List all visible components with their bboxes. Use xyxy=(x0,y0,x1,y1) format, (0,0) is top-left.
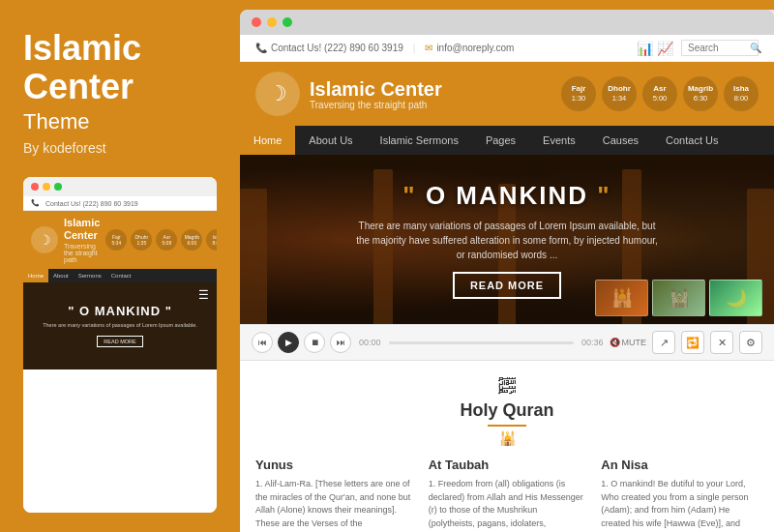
prayer-fajr: Fajr1:30 xyxy=(561,76,596,111)
mini-topbar-text: Contact Us! (222) 890 60 3919 xyxy=(45,200,138,207)
audio-controls: ⏮ ▶ ⏹ ⏭ xyxy=(252,332,351,353)
bar-chart-icon: 📊 xyxy=(637,41,653,56)
hero-thumb-3[interactable]: 🌙 xyxy=(709,280,762,316)
hero-cta-button[interactable]: READ MORE xyxy=(453,272,561,299)
prayer-isha: Isha8:00 xyxy=(724,76,759,111)
mini-header: ☽ Islamic Center Traversing the straight… xyxy=(23,211,217,268)
mini-browser: 📞 Contact Us! (222) 890 60 3919 ☽ Islami… xyxy=(23,177,217,513)
site-brand-name: Islamic Center xyxy=(310,78,442,100)
mini-prayer-fajr: Fajr5:34 xyxy=(105,229,127,251)
topbar-phone: 📞 Contact Us! (222) 890 60 3919 xyxy=(255,43,403,53)
mini-nav-sermons[interactable]: Sermons xyxy=(74,269,106,282)
quran-header: ﷽ Holy Quran 🕌 xyxy=(255,376,759,446)
nav-home[interactable]: Home xyxy=(240,126,295,155)
content-col-yunus: Yunus 1. Alif-Lam-Ra. [These letters are… xyxy=(255,458,413,530)
col-title-taubah: At Taubah xyxy=(429,458,586,472)
site-topbar: 📞 Contact Us! (222) 890 60 3919 | ✉ info… xyxy=(240,35,774,62)
quran-arabic-text: ﷽ xyxy=(255,376,759,397)
prayer-asr: Asr5:00 xyxy=(642,76,677,111)
mini-content: 📞 Contact Us! (222) 890 60 3919 ☽ Islami… xyxy=(23,196,217,513)
site-main: ﷽ Holy Quran 🕌 Yunus 1. Alif-Lam-Ra. [Th… xyxy=(240,361,774,532)
mute-label: MUTE xyxy=(622,338,647,347)
mini-nav: Home About Sermons Contact xyxy=(23,269,217,282)
search-icon: 🔍 xyxy=(750,43,761,53)
mini-cta-button[interactable]: READ MORE xyxy=(97,336,142,347)
audio-prev-button[interactable]: ⏮ xyxy=(252,332,273,353)
col-title-yunus: Yunus xyxy=(255,458,413,472)
nav-contact[interactable]: Contact Us xyxy=(652,126,731,155)
content-columns: Yunus 1. Alif-Lam-Ra. [These letters are… xyxy=(255,458,759,530)
content-col-taubah: At Taubah 1. Freedom from (all) obligati… xyxy=(429,458,586,530)
mini-nav-home[interactable]: Home xyxy=(23,269,48,282)
mini-site-title: Islamic Center xyxy=(64,217,100,242)
mini-dot-red[interactable] xyxy=(31,183,39,191)
mini-hero-text: There are many variations of passages of… xyxy=(33,322,207,330)
mini-brand: Islamic Center Traversing the straight p… xyxy=(64,217,100,262)
site-header: ☽ Islamic Center Traversing the straight… xyxy=(240,62,774,126)
mini-nav-about[interactable]: About xyxy=(48,269,74,282)
nav-sermons[interactable]: Islamic Sermons xyxy=(367,126,472,155)
prayer-magrib: Magrib6:30 xyxy=(683,76,718,111)
site-brand-tagline: Traversing the straight path xyxy=(310,100,442,110)
browser-body: 📞 Contact Us! (222) 890 60 3919 | ✉ info… xyxy=(240,35,774,532)
browser-dot-yellow[interactable] xyxy=(267,17,277,27)
audio-progress-bar[interactable] xyxy=(389,341,574,344)
audio-loop-button[interactable]: 🔁 xyxy=(681,331,704,354)
mini-site-tagline: Traversing the straight path xyxy=(64,243,100,263)
nav-events[interactable]: Events xyxy=(529,126,589,155)
topbar-email-text: info@noreply.com xyxy=(436,43,514,53)
mini-hero-title: " O MANKIND " xyxy=(68,304,172,318)
audio-time-current: 00:00 xyxy=(359,338,381,347)
audio-stop-button[interactable]: ⏹ xyxy=(304,332,325,353)
analytics-icon: 📈 xyxy=(657,41,673,56)
nav-pages[interactable]: Pages xyxy=(472,126,529,155)
mini-hamburger-icon[interactable]: ☰ xyxy=(198,288,209,302)
left-subtitle: Theme xyxy=(23,109,217,134)
browser-dot-green[interactable] xyxy=(283,17,292,27)
quran-title: Holy Quran xyxy=(255,400,759,421)
hero-quote-open: " xyxy=(402,181,416,210)
col-text-nisa: 1. O mankind! Be dutiful to your Lord, W… xyxy=(601,478,759,530)
email-icon: ✉ xyxy=(425,43,432,53)
hero-title: " O MANKIND " xyxy=(352,181,662,211)
audio-close-button[interactable]: ✕ xyxy=(710,331,733,354)
audio-settings-button[interactable]: ⚙ xyxy=(739,331,762,354)
col-title-nisa: An Nisa xyxy=(601,458,759,472)
left-panel: IslamicCenter Theme By kodeforest 📞 Cont… xyxy=(0,0,240,532)
mini-browser-bar xyxy=(23,177,217,196)
nav-causes[interactable]: Causes xyxy=(589,126,652,155)
main-browser: 📞 Contact Us! (222) 890 60 3919 | ✉ info… xyxy=(240,10,774,532)
site-brand: Islamic Center Traversing the straight p… xyxy=(310,78,442,110)
mini-dot-green[interactable] xyxy=(54,183,62,191)
mini-prayer-times: Fajr5:34 Dhuhr1:35 Asr5:08 Magrib6:00 Is… xyxy=(105,229,217,251)
site-nav: Home About Us Islamic Sermons Pages Even… xyxy=(240,126,774,155)
mute-icon: 🔇 xyxy=(610,338,620,347)
topbar-divider: | xyxy=(413,43,416,53)
quran-title-divider xyxy=(488,425,526,427)
moon-icon: ☽ xyxy=(268,81,287,106)
mini-dot-yellow[interactable] xyxy=(43,183,50,191)
phone-icon: 📞 xyxy=(255,43,267,53)
audio-share-button[interactable]: ↗ xyxy=(652,331,675,354)
audio-right-controls: 00:36 🔇 MUTE ↗ 🔁 ✕ ⚙ xyxy=(581,331,762,354)
mini-phone-icon: 📞 xyxy=(31,199,40,207)
nav-about[interactable]: About Us xyxy=(295,126,366,155)
left-title: IslamicCenter xyxy=(23,29,217,105)
search-input[interactable] xyxy=(688,43,746,53)
mini-prayer-isha: Isha8:00 xyxy=(206,229,217,251)
site-hero: " O MANKIND " There are many variations … xyxy=(240,155,774,324)
audio-next-button[interactable]: ⏭ xyxy=(330,332,351,353)
audio-play-button[interactable]: ▶ xyxy=(278,332,299,353)
content-col-nisa: An Nisa 1. O mankind! Be dutiful to your… xyxy=(601,458,759,530)
audio-mute-button[interactable]: 🔇 MUTE xyxy=(610,338,647,347)
search-box[interactable]: 🔍 xyxy=(681,40,759,56)
browser-dot-red[interactable] xyxy=(252,17,261,27)
mini-logo: ☽ xyxy=(31,226,58,253)
social-icons: 📊 📈 xyxy=(637,41,673,56)
topbar-email: ✉ info@noreply.com xyxy=(425,43,514,53)
hero-content: " O MANKIND " There are many variations … xyxy=(352,181,662,299)
browser-chrome xyxy=(240,10,774,35)
left-by: By kodeforest xyxy=(23,140,217,156)
mini-nav-contact[interactable]: Contact xyxy=(106,269,136,282)
hero-title-main: O MANKIND xyxy=(426,181,597,210)
